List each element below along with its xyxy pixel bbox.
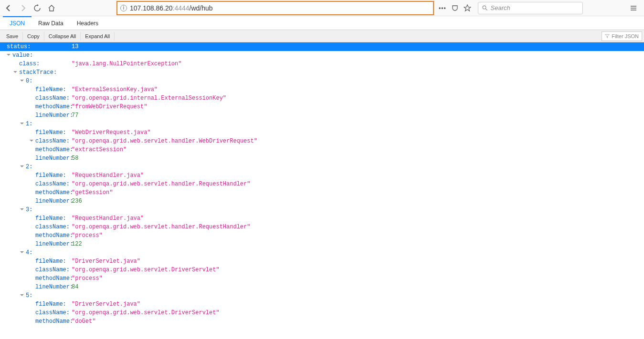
json-value: "org.openqa.grid.web.servlet.handler.Req… — [72, 223, 250, 231]
json-row-field[interactable]: fileName "RequestHandler.java" — [0, 171, 644, 180]
url-text: 107.108.86.20:4444/wd/hub — [130, 4, 213, 12]
json-value: "doGet" — [72, 317, 95, 326]
expand-toggle-icon[interactable] — [7, 51, 11, 56]
json-value: 13 — [72, 42, 78, 51]
json-value: 122 — [72, 240, 82, 248]
nav-toolbar: i 107.108.86.20:4444/wd/hub ••• Search — [0, 0, 644, 16]
json-row-field[interactable]: lineNumber 58 — [0, 154, 644, 163]
bookmark-star-icon[interactable] — [464, 4, 471, 12]
tab-headers[interactable]: Headers — [70, 16, 105, 30]
collapse-all-button[interactable]: Collapse All — [44, 32, 81, 41]
view-tabs: JSON Raw Data Headers — [0, 16, 644, 30]
json-value: "process" — [72, 231, 103, 240]
json-value: "ExternalSessionKey.java" — [72, 85, 158, 94]
json-value: 84 — [72, 283, 78, 291]
json-action-bar: Save Copy Collapse All Expand All Filter… — [0, 30, 644, 42]
json-row-array-index[interactable]: 3 — [0, 205, 644, 214]
json-row-field[interactable]: fileName "RequestHandler.java" — [0, 214, 644, 223]
json-row-array-index[interactable]: 5 — [0, 291, 644, 300]
json-row-array-index[interactable]: 1 — [0, 120, 644, 128]
json-value: 58 — [72, 154, 78, 163]
json-value: "org.openqa.grid.internal.ExternalSessio… — [72, 94, 226, 103]
json-row-field[interactable]: fileName "DriverServlet.java" — [0, 257, 644, 266]
filter-icon — [605, 34, 610, 39]
json-value: "fromWebDriverRequest" — [72, 103, 147, 111]
json-row-status[interactable]: status 13 — [0, 42, 644, 51]
menu-button[interactable] — [627, 1, 640, 15]
json-row-field[interactable]: lineNumber 236 — [0, 197, 644, 205]
expand-all-button[interactable]: Expand All — [81, 32, 115, 41]
expand-toggle-icon[interactable] — [20, 205, 25, 210]
expand-toggle-icon[interactable] — [13, 68, 18, 73]
json-row-array-index[interactable]: 0 — [0, 77, 644, 85]
json-value: "RequestHandler.java" — [72, 214, 144, 223]
json-value: "RequestHandler.java" — [72, 171, 144, 180]
json-value: "org.openqa.grid.web.servlet.handler.Req… — [72, 180, 250, 188]
json-value: "process" — [72, 274, 103, 283]
json-row-field[interactable]: lineNumber 122 — [0, 240, 644, 248]
save-button[interactable]: Save — [2, 32, 23, 41]
urlbar-actions: ••• — [439, 4, 471, 12]
reader-shield-icon[interactable] — [451, 4, 459, 12]
json-value: "DriverServlet.java" — [72, 300, 140, 308]
json-row-array-index[interactable]: 2 — [0, 163, 644, 171]
json-row-field[interactable]: methodName "extractSession" — [0, 145, 644, 154]
json-row-field[interactable]: className "org.openqa.grid.web.servlet.D… — [0, 308, 644, 317]
svg-line-1 — [486, 9, 487, 10]
expand-toggle-icon[interactable] — [20, 291, 25, 296]
search-box[interactable]: Search — [478, 2, 583, 14]
json-value: "org.openqa.grid.web.servlet.DriverServl… — [72, 308, 220, 317]
json-value: "extractSession" — [72, 145, 127, 154]
json-value: "org.openqa.grid.web.servlet.DriverServl… — [72, 266, 220, 274]
json-row-class[interactable]: class "java.lang.NullPointerException" — [0, 60, 644, 68]
page-actions-icon[interactable]: ••• — [439, 5, 446, 11]
forward-button — [16, 1, 30, 15]
tab-json[interactable]: JSON — [3, 16, 32, 30]
json-tree: status 13 value class "java.lang.NullPoi… — [0, 42, 644, 329]
home-button[interactable] — [45, 1, 58, 15]
filter-json-input[interactable]: Filter JSON — [602, 31, 642, 41]
json-row-field[interactable]: methodName "getSession" — [0, 188, 644, 197]
reload-button[interactable] — [31, 1, 44, 15]
json-row-field[interactable]: methodName "process" — [0, 274, 644, 283]
expand-toggle-icon[interactable] — [20, 120, 25, 124]
search-icon — [482, 5, 488, 11]
json-value: 236 — [72, 197, 82, 205]
back-button[interactable] — [2, 1, 15, 15]
expand-toggle-icon[interactable] — [20, 163, 25, 167]
json-row-field[interactable]: className "org.openqa.grid.web.servlet.h… — [0, 137, 644, 145]
json-row-field[interactable]: fileName "DriverServlet.java" — [0, 300, 644, 308]
json-row-field[interactable]: fileName "ExternalSessionKey.java" — [0, 85, 644, 94]
json-row-field[interactable]: fileName "WebDriverRequest.java" — [0, 128, 644, 137]
json-row-field[interactable]: className "org.openqa.grid.web.servlet.D… — [0, 266, 644, 274]
json-value: 77 — [72, 111, 78, 120]
filter-placeholder: Filter JSON — [612, 33, 639, 39]
json-row-field[interactable]: methodName "fromWebDriverRequest" — [0, 103, 644, 111]
json-value: "getSession" — [72, 188, 113, 197]
url-bar[interactable]: i 107.108.86.20:4444/wd/hub — [116, 1, 434, 15]
json-row-array-index[interactable]: 4 — [0, 248, 644, 257]
info-icon[interactable]: i — [120, 5, 127, 11]
json-value: "WebDriverRequest.java" — [72, 128, 151, 137]
expand-toggle-icon[interactable] — [20, 248, 25, 253]
json-row-field[interactable]: methodName "doGet" — [0, 317, 644, 326]
json-value: "java.lang.NullPointerException" — [72, 60, 181, 68]
json-row-field[interactable]: methodName "process" — [0, 231, 644, 240]
json-row-field[interactable]: className "org.openqa.grid.web.servlet.h… — [0, 223, 644, 231]
tab-raw-data[interactable]: Raw Data — [32, 16, 70, 30]
copy-button[interactable]: Copy — [23, 32, 44, 41]
json-value: "DriverServlet.java" — [72, 257, 140, 266]
json-row-value[interactable]: value — [0, 51, 644, 60]
json-row-field[interactable]: lineNumber 84 — [0, 283, 644, 291]
svg-point-0 — [483, 6, 486, 9]
json-row-field[interactable]: className "org.openqa.grid.web.servlet.h… — [0, 180, 644, 188]
search-placeholder: Search — [491, 4, 510, 11]
json-row-field[interactable]: lineNumber 77 — [0, 111, 644, 120]
expand-toggle-icon[interactable] — [20, 77, 25, 82]
json-value: "org.openqa.grid.web.servlet.handler.Web… — [72, 137, 257, 145]
json-row-field[interactable]: className "org.openqa.grid.internal.Exte… — [0, 94, 644, 103]
json-row-stacktrace[interactable]: stackTrace — [0, 68, 644, 77]
expand-toggle-icon[interactable] — [30, 137, 34, 142]
